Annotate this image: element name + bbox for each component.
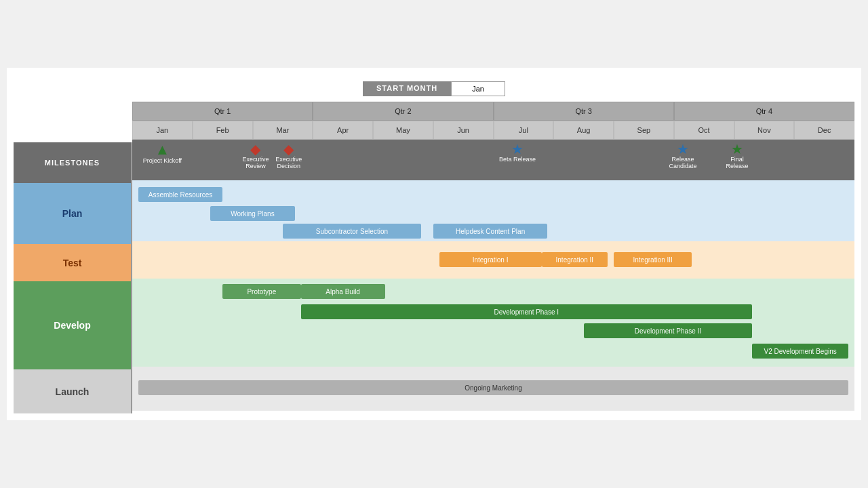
- start-month-row: START MONTH Jan: [14, 81, 854, 96]
- launch-phase-row: Ongoing Marketing: [132, 367, 854, 411]
- bar-assemble-resources: Assemble Resources: [138, 187, 222, 202]
- label-spacer: [14, 102, 132, 142]
- month-may: May: [373, 121, 433, 140]
- month-dec: Dec: [794, 121, 854, 140]
- milestone-final-release: ★FinalRelease: [726, 142, 748, 169]
- launch-label: Launch: [14, 369, 132, 413]
- month-aug: Aug: [553, 121, 614, 140]
- bar-development-phase-i: Development Phase I: [301, 304, 753, 319]
- milestones-row: ▲Project Kickoff◆ExecutiveReview◆Executi…: [132, 140, 854, 180]
- quarters-row: Qtr 1 Qtr 2 Qtr 3 Qtr 4: [132, 102, 854, 121]
- month-sep: Sep: [614, 121, 674, 140]
- bar-subcontractor-selection: Subcontractor Selection: [283, 224, 421, 239]
- gantt-wrapper: MILESTONES Plan Test Develop Launch Qtr …: [14, 102, 854, 413]
- develop-phase-row: PrototypeAlpha BuildDevelopment Phase ID…: [132, 279, 854, 367]
- bar-development-phase-ii: Development Phase II: [584, 323, 753, 338]
- month-oct: Oct: [674, 121, 734, 140]
- main-container: START MONTH Jan MILESTONES Plan Test Dev…: [7, 68, 861, 420]
- plan-label: Plan: [14, 183, 132, 244]
- gantt-area: Qtr 1 Qtr 2 Qtr 3 Qtr 4 Jan Feb Mar Apr …: [132, 102, 854, 413]
- quarter-2: Qtr 2: [313, 102, 493, 121]
- bar-alpha-build: Alpha Build: [301, 284, 385, 299]
- test-label: Test: [14, 244, 132, 281]
- month-jul: Jul: [494, 121, 554, 140]
- bar-helpdesk-content-plan: Helpdesk Content Plan: [433, 224, 548, 239]
- month-mar: Mar: [253, 121, 313, 140]
- milestone-executive-decision: ◆ExecutiveDecision: [275, 142, 302, 169]
- milestone-release-candidate: ★ReleaseCandidate: [669, 142, 697, 169]
- develop-label: Develop: [14, 281, 132, 369]
- bar-integration-ii: Integration II: [542, 252, 608, 267]
- milestone-executive-review: ◆ExecutiveReview: [242, 142, 269, 169]
- month-nov: Nov: [734, 121, 795, 140]
- bar-v2-development-begins: V2 Development Begins: [752, 344, 848, 359]
- quarter-1: Qtr 1: [132, 102, 313, 121]
- month-jun: Jun: [433, 121, 494, 140]
- bar-working-plans: Working Plans: [210, 206, 294, 221]
- quarter-4: Qtr 4: [674, 102, 854, 121]
- test-phase-row: Integration IIntegration IIIntegration I…: [132, 241, 854, 279]
- milestone-beta-release: ★Beta Release: [499, 142, 536, 163]
- month-apr: Apr: [313, 121, 373, 140]
- month-jan: Jan: [132, 121, 193, 140]
- months-row: Jan Feb Mar Apr May Jun Jul Aug Sep Oct …: [132, 121, 854, 140]
- milestones-label: MILESTONES: [14, 142, 132, 183]
- bar-integration-iii: Integration III: [614, 252, 692, 267]
- row-labels: MILESTONES Plan Test Develop Launch: [14, 102, 132, 413]
- start-month-value: Jan: [451, 81, 505, 96]
- bar-integration-i: Integration I: [439, 252, 542, 267]
- start-month-label: START MONTH: [363, 81, 451, 96]
- month-feb: Feb: [193, 121, 253, 140]
- bar-prototype: Prototype: [222, 284, 300, 299]
- bar-ongoing-marketing: Ongoing Marketing: [138, 380, 848, 395]
- plan-phase-row: Assemble ResourcesWorking PlansSubcontra…: [132, 180, 854, 241]
- milestone-project-kickoff: ▲Project Kickoff: [143, 142, 182, 164]
- quarter-3: Qtr 3: [494, 102, 674, 121]
